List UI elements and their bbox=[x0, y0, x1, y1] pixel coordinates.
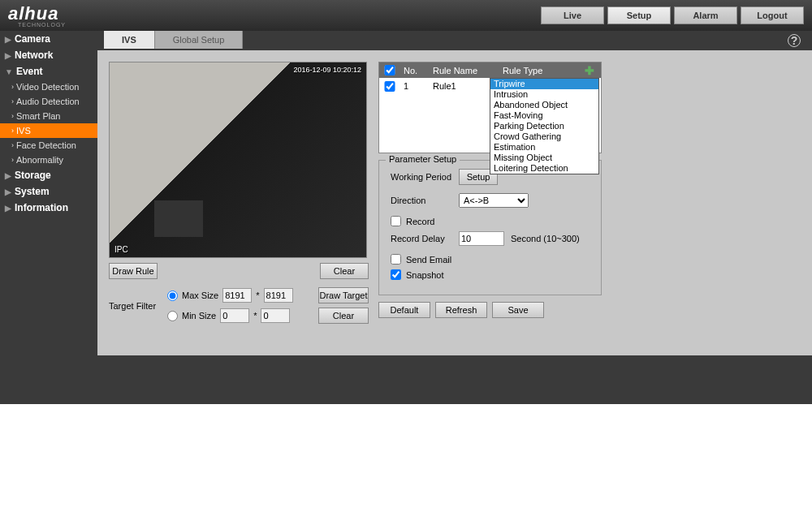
max-size-radio[interactable] bbox=[167, 290, 178, 301]
direction-select[interactable]: A<->B bbox=[459, 193, 529, 208]
top-nav: Live Setup Alarm Logout bbox=[541, 6, 804, 24]
rule-table-header: No. Rule Name Rule Type ✚ bbox=[379, 62, 601, 78]
dropdown-parking[interactable]: Parking Detection bbox=[490, 121, 598, 131]
record-delay-label: Record Delay bbox=[391, 234, 452, 243]
chevron-right-icon: › bbox=[11, 156, 14, 164]
sidebar-storage[interactable]: ▶Storage bbox=[0, 167, 97, 183]
save-button[interactable]: Save bbox=[492, 302, 544, 318]
dropdown-loitering[interactable]: Loitering Detection bbox=[490, 163, 598, 174]
sidebar: ▶Camera ▶Network ▼Event ›Video Detection… bbox=[0, 31, 97, 355]
record-delay-unit: Second (10~300) bbox=[511, 234, 580, 243]
rule-row-no: 1 bbox=[404, 81, 425, 91]
target-filter-label: Target Filter bbox=[109, 301, 162, 311]
chevron-right-icon: ▶ bbox=[5, 35, 11, 44]
max-height-input[interactable] bbox=[264, 288, 293, 303]
dropdown-abandoned[interactable]: Abandoned Object bbox=[490, 100, 598, 110]
working-period-label: Working Period bbox=[391, 172, 452, 182]
chevron-right-icon: › bbox=[11, 112, 14, 120]
sidebar-smart-plan[interactable]: ›Smart Plan bbox=[0, 109, 97, 123]
chevron-right-icon: › bbox=[11, 97, 14, 105]
dropdown-intrusion[interactable]: Intrusion bbox=[490, 89, 598, 100]
default-button[interactable]: Default bbox=[378, 302, 430, 318]
sidebar-network[interactable]: ▶Network bbox=[0, 47, 97, 63]
parameter-setup: Parameter Setup Working Period Setup Dir… bbox=[378, 160, 602, 295]
add-rule-icon[interactable]: ✚ bbox=[585, 64, 594, 77]
send-email-label: Send Email bbox=[406, 255, 451, 265]
refresh-button[interactable]: Refresh bbox=[435, 302, 487, 318]
content-area: IVS Global Setup ? 2016-12-09 10:20:12 I… bbox=[97, 31, 812, 355]
rule-col-type: Rule Type bbox=[503, 66, 596, 75]
rule-col-name: Rule Name bbox=[433, 66, 495, 75]
min-size-radio[interactable] bbox=[167, 311, 178, 321]
record-delay-input[interactable] bbox=[459, 231, 504, 246]
rule-check-all[interactable] bbox=[384, 65, 395, 75]
nav-live[interactable]: Live bbox=[541, 6, 604, 24]
sidebar-information[interactable]: ▶Information bbox=[0, 200, 97, 216]
chevron-right-icon: › bbox=[11, 127, 14, 135]
sidebar-audio-detection[interactable]: ›Audio Detection bbox=[0, 94, 97, 109]
clear-button[interactable]: Clear bbox=[320, 263, 369, 279]
min-height-input[interactable] bbox=[261, 308, 290, 323]
nav-alarm[interactable]: Alarm bbox=[674, 6, 737, 24]
sidebar-camera[interactable]: ▶Camera bbox=[0, 31, 97, 47]
rule-col-no: No. bbox=[404, 66, 425, 75]
chevron-right-icon: ▶ bbox=[5, 171, 11, 180]
rule-row-name: Rule1 bbox=[433, 81, 495, 91]
min-size-label: Min Size bbox=[182, 311, 216, 321]
top-bar: alhua TECHNOLOGY Live Setup Alarm Logout bbox=[0, 0, 812, 31]
draw-rule-button[interactable]: Draw Rule bbox=[109, 263, 158, 279]
chevron-right-icon: ▶ bbox=[5, 204, 11, 213]
help-icon[interactable]: ? bbox=[788, 34, 801, 47]
draw-target-button[interactable]: Draw Target bbox=[318, 287, 369, 303]
dropdown-missing[interactable]: Missing Object bbox=[490, 153, 598, 163]
record-label: Record bbox=[406, 217, 434, 226]
snapshot-label: Snapshot bbox=[406, 270, 443, 280]
chevron-down-icon: ▼ bbox=[5, 67, 13, 76]
sidebar-ivs[interactable]: ›IVS bbox=[0, 123, 97, 138]
video-label: IPC bbox=[114, 245, 128, 254]
video-timestamp: 2016-12-09 10:20:12 bbox=[293, 66, 361, 74]
rule-type-dropdown[interactable]: Tripwire Intrusion Abandoned Object Fast… bbox=[490, 78, 599, 174]
record-check[interactable] bbox=[391, 216, 401, 226]
parameter-title: Parameter Setup bbox=[386, 154, 460, 164]
dropdown-crowd[interactable]: Crowd Gathering Estimation bbox=[490, 131, 598, 153]
nav-logout[interactable]: Logout bbox=[741, 6, 804, 24]
rule-row-check[interactable] bbox=[384, 81, 395, 92]
sidebar-video-detection[interactable]: ›Video Detection bbox=[0, 80, 97, 94]
nav-setup[interactable]: Setup bbox=[607, 6, 671, 24]
sidebar-face-detection[interactable]: ›Face Detection bbox=[0, 138, 97, 153]
video-preview: 2016-12-09 10:20:12 IPC bbox=[109, 62, 367, 258]
dropdown-fast[interactable]: Fast-Moving bbox=[490, 110, 598, 121]
clear-target-button[interactable]: Clear bbox=[318, 308, 369, 324]
tab-ivs[interactable]: IVS bbox=[104, 31, 155, 49]
chevron-right-icon: ▶ bbox=[5, 51, 11, 60]
logo: alhua TECHNOLOGY bbox=[8, 3, 66, 28]
tab-global-setup[interactable]: Global Setup bbox=[155, 31, 244, 49]
direction-label: Direction bbox=[391, 196, 452, 205]
sidebar-abnormality[interactable]: ›Abnormality bbox=[0, 153, 97, 167]
send-email-check[interactable] bbox=[391, 254, 401, 265]
snapshot-check[interactable] bbox=[391, 269, 401, 280]
chevron-right-icon: ▶ bbox=[5, 187, 11, 196]
dropdown-tripwire[interactable]: Tripwire bbox=[490, 79, 598, 89]
chevron-right-icon: › bbox=[11, 141, 14, 149]
max-size-label: Max Size bbox=[182, 290, 218, 300]
min-width-input[interactable] bbox=[220, 308, 249, 323]
max-width-input[interactable] bbox=[222, 288, 252, 303]
sidebar-system[interactable]: ▶System bbox=[0, 183, 97, 200]
sidebar-event[interactable]: ▼Event bbox=[0, 63, 97, 80]
chevron-right-icon: › bbox=[11, 83, 14, 91]
